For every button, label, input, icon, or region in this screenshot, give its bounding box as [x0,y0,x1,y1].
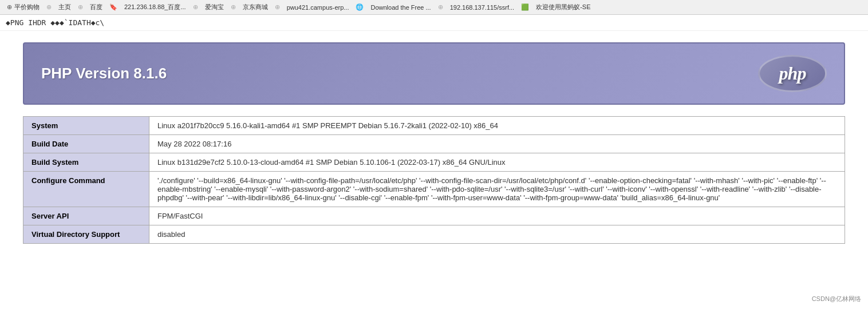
table-row: SystemLinux a201f7b20cc9 5.16.0-kali1-am… [23,117,845,135]
tab-label-pingjia: 平价购物 [14,3,40,11]
table-cell-label: Virtual Directory Support [23,225,149,244]
table-row: Virtual Directory Supportdisabled [23,225,845,244]
php-logo: php [758,55,827,92]
corrupt-text: ◆PNG IHDR ◆◆◆`IDATH◆c\ [6,18,104,27]
browser-tab-bar: ⊕ 平价购物 ⊕ 主页 ⊕ 百度 🔖 221.236.18.88_百度... ⊕… [0,0,868,15]
tab-label-jd: 京东商城 [243,3,268,11]
corrupt-binary-bar: ◆PNG IHDR ◆◆◆`IDATH◆c\ [0,15,868,31]
table-cell-label: Build Date [23,135,149,153]
main-content: PHP Version 8.1.6 php SystemLinux a201f7… [0,31,868,255]
tab-jd[interactable]: 京东商城 [239,2,271,13]
phpinfo-table: SystemLinux a201f7b20cc9 5.16.0-kali1-am… [23,116,845,244]
tab-heimayi[interactable]: 欢迎使用黑蚂蚁-SE [532,2,594,13]
table-cell-label: Build System [23,153,149,172]
tab-label-heimayi: 欢迎使用黑蚂蚁-SE [536,3,590,11]
table-row: Server APIFPM/FastCGI [23,207,845,225]
tab-pingjia[interactable]: ⊕ 平价购物 [3,2,43,13]
table-cell-value: May 28 2022 08:17:16 [149,135,845,153]
tab-campus-erp[interactable]: pwu421.campus-erp... [283,3,353,12]
php-version-title: PHP Version 8.1.6 [41,65,167,82]
phpinfo-header: PHP Version 8.1.6 php [23,42,845,105]
tab-ssrf[interactable]: 192.168.137.115/ssrf... [447,3,518,12]
table-cell-value: './configure' '--build=x86_64-linux-gnu'… [149,172,845,207]
table-cell-value: FPM/FastCGI [149,207,845,225]
tab-label-ip-baidu: 221.236.18.88_百度... [124,3,186,11]
tab-baidu[interactable]: 百度 [86,2,106,13]
tab-aitaobao[interactable]: 爱淘宝 [202,2,227,13]
table-cell-value: Linux b131d29e7cf2 5.10.0-13-cloud-amd64… [149,153,845,172]
tab-label-ssrf: 192.168.137.115/ssrf... [450,4,515,11]
table-cell-label: System [23,117,149,135]
tab-label-download-free: Download the Free ... [370,4,431,11]
table-cell-label: Configure Command [23,172,149,207]
tab-label-campus-erp: pwu421.campus-erp... [287,4,349,11]
tab-label-home: 主页 [58,3,71,11]
table-cell-value: disabled [149,225,845,244]
tab-icon-pingjia: ⊕ [7,3,12,11]
tab-home[interactable]: 主页 [55,2,74,13]
table-cell-label: Server API [23,207,149,225]
table-row: Build DateMay 28 2022 08:17:16 [23,135,845,153]
table-row: Configure Command'./configure' '--build=… [23,172,845,207]
table-cell-value: Linux a201f7b20cc9 5.16.0-kali1-amd64 #1… [149,117,845,135]
table-row: Build SystemLinux b131d29e7cf2 5.10.0-13… [23,153,845,172]
tab-label-aitaobao: 爱淘宝 [205,3,224,11]
tab-label-baidu: 百度 [90,3,102,11]
tab-ip-baidu[interactable]: 221.236.18.88_百度... [121,2,190,13]
tab-download-free[interactable]: Download the Free ... [367,3,434,12]
